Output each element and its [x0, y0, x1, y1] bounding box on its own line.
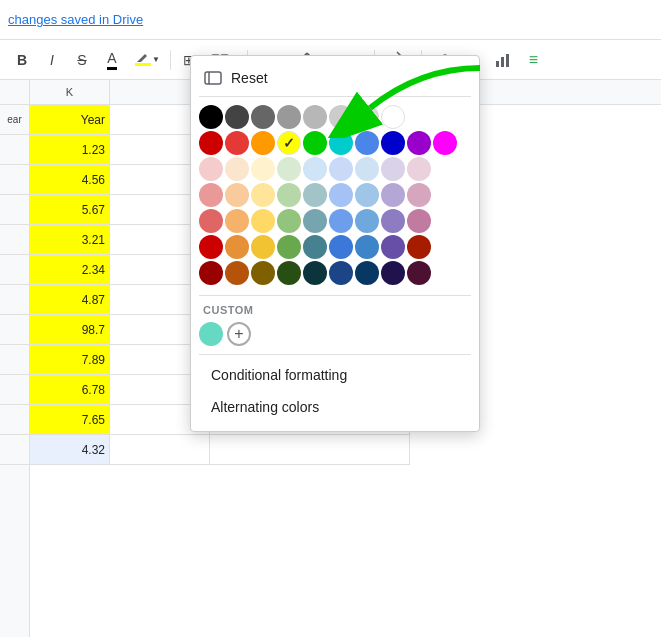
swatch-t4-2[interactable] [225, 235, 249, 259]
fill-color-button[interactable]: ▼ [128, 46, 166, 74]
swatch-teal[interactable] [329, 131, 353, 155]
swatch-t4-9[interactable] [407, 235, 431, 259]
swatch-t2-2[interactable] [225, 183, 249, 207]
add-custom-color-button[interactable]: + [227, 322, 251, 346]
cell-val-10[interactable]: 7.65 [30, 405, 110, 435]
strikethrough-button[interactable]: S [68, 46, 96, 74]
swatch-gray4[interactable] [355, 105, 379, 129]
swatch-t5-5[interactable] [303, 261, 327, 285]
swatch-t5-6[interactable] [329, 261, 353, 285]
swatch-t5-7[interactable] [355, 261, 379, 285]
italic-button[interactable]: I [38, 46, 66, 74]
swatch-t1-1[interactable] [199, 157, 223, 181]
swatch-gray3[interactable] [329, 105, 353, 129]
extra-button[interactable]: ≡ [520, 46, 548, 74]
color-picker-popup: Reset ✓ [190, 55, 480, 432]
swatch-t1-7[interactable] [355, 157, 379, 181]
swatch-darkblue[interactable] [381, 131, 405, 155]
swatch-t3-9[interactable] [407, 209, 431, 233]
swatch-t2-6[interactable] [329, 183, 353, 207]
swatch-yellow[interactable]: ✓ [277, 131, 301, 155]
color-row-tint2 [199, 183, 471, 207]
alternating-colors-item[interactable]: Alternating colors [199, 391, 471, 423]
swatch-t4-3[interactable] [251, 235, 275, 259]
swatch-t3-1[interactable] [199, 209, 223, 233]
cell-val-6[interactable]: 4.87 [30, 285, 110, 315]
swatch-t5-8[interactable] [381, 261, 405, 285]
swatch-t1-2[interactable] [225, 157, 249, 181]
swatch-t4-4[interactable] [277, 235, 301, 259]
color-row-tint1 [199, 157, 471, 181]
swatch-t1-6[interactable] [329, 157, 353, 181]
swatch-t2-3[interactable] [251, 183, 275, 207]
cell-chart-11[interactable] [210, 435, 410, 465]
row-header-8 [0, 315, 29, 345]
cell-val-2[interactable]: 4.56 [30, 165, 110, 195]
swatch-dark2[interactable] [251, 105, 275, 129]
swatch-t5-1[interactable] [199, 261, 223, 285]
swatch-t5-3[interactable] [251, 261, 275, 285]
cell-val-9[interactable]: 6.78 [30, 375, 110, 405]
swatch-t5-2[interactable] [225, 261, 249, 285]
swatch-green[interactable] [303, 131, 327, 155]
cell-year[interactable]: Year [30, 105, 110, 135]
chart-button[interactable] [488, 46, 518, 74]
swatch-t5-9[interactable] [407, 261, 431, 285]
swatch-t2-5[interactable] [303, 183, 327, 207]
swatch-t3-7[interactable] [355, 209, 379, 233]
cell-val-7[interactable]: 98.7 [30, 315, 110, 345]
swatch-t3-3[interactable] [251, 209, 275, 233]
custom-color-swatch[interactable] [199, 322, 223, 346]
swatch-t2-4[interactable] [277, 183, 301, 207]
swatch-t3-8[interactable] [381, 209, 405, 233]
cell-val-4[interactable]: 3.21 [30, 225, 110, 255]
swatch-t2-8[interactable] [381, 183, 405, 207]
cell-empty-12[interactable] [110, 435, 210, 465]
row-header-7 [0, 285, 29, 315]
swatch-gray1[interactable] [277, 105, 301, 129]
swatch-t1-5[interactable] [303, 157, 327, 181]
swatch-t2-1[interactable] [199, 183, 223, 207]
swatch-t2-9[interactable] [407, 183, 431, 207]
cell-val-3[interactable]: 5.67 [30, 195, 110, 225]
reset-label[interactable]: Reset [231, 70, 268, 86]
swatch-red[interactable] [199, 131, 223, 155]
swatch-t1-4[interactable] [277, 157, 301, 181]
fill-icon [134, 49, 152, 70]
swatch-t1-3[interactable] [251, 157, 275, 181]
swatch-t4-8[interactable] [381, 235, 405, 259]
swatch-magenta[interactable] [433, 131, 457, 155]
swatch-t1-9[interactable] [407, 157, 431, 181]
save-status[interactable]: changes saved in Drive [8, 12, 143, 27]
cell-val-1[interactable]: 1.23 [30, 135, 110, 165]
swatch-t5-4[interactable] [277, 261, 301, 285]
swatch-t4-1[interactable] [199, 235, 223, 259]
conditional-formatting-item[interactable]: Conditional formatting [199, 359, 471, 391]
swatch-purple[interactable] [407, 131, 431, 155]
swatch-t1-8[interactable] [381, 157, 405, 181]
swatch-t3-4[interactable] [277, 209, 301, 233]
swatch-white[interactable] [381, 105, 405, 129]
swatch-red2[interactable] [225, 131, 249, 155]
row-header-2 [0, 135, 29, 165]
swatch-gray2[interactable] [303, 105, 327, 129]
swatch-t3-5[interactable] [303, 209, 327, 233]
text-color-label: A [107, 50, 116, 70]
swatch-dark1[interactable] [225, 105, 249, 129]
swatch-black[interactable] [199, 105, 223, 129]
swatch-t4-7[interactable] [355, 235, 379, 259]
swatch-blue[interactable] [355, 131, 379, 155]
color-row-main: ✓ [199, 131, 471, 155]
swatch-t4-6[interactable] [329, 235, 353, 259]
cell-val-8[interactable]: 7.89 [30, 345, 110, 375]
swatch-t3-6[interactable] [329, 209, 353, 233]
cell-val-5[interactable]: 2.34 [30, 255, 110, 285]
text-color-button[interactable]: A [98, 46, 126, 74]
swatch-t2-7[interactable] [355, 183, 379, 207]
swatch-t4-5[interactable] [303, 235, 327, 259]
bold-button[interactable]: B [8, 46, 36, 74]
swatch-t3-2[interactable] [225, 209, 249, 233]
swatch-orange[interactable] [251, 131, 275, 155]
cell-val-11[interactable]: 4.32 [30, 435, 110, 465]
menu-items: Conditional formatting Alternating color… [199, 354, 471, 423]
